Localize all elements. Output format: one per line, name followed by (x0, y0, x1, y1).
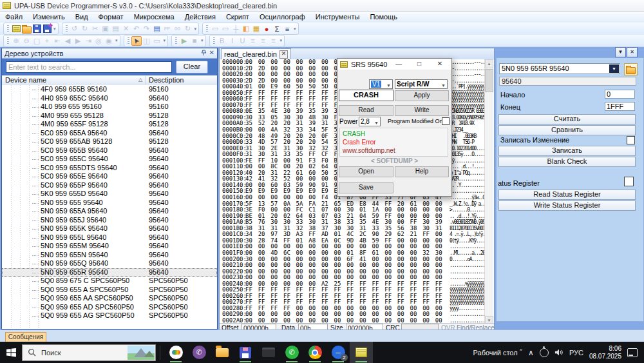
tab-close-icon[interactable]: ✕ (279, 50, 288, 59)
read-status-register-button[interactable]: Read Status Register (498, 190, 636, 200)
hex-ascii[interactable]: .. .d...!.Yÿ.... (450, 213, 485, 220)
write-change-checkbox[interactable] (627, 136, 635, 144)
hex-ascii[interactable]: .5N0959655R 0303 (450, 108, 485, 115)
hex-ascii[interactable]: ................ (450, 311, 485, 318)
toolbar-overflow-icon[interactable]: » (520, 347, 522, 353)
hex-ascii[interactable]: ................ (450, 244, 485, 250)
device-row[interactable]: 5K0 959 655D 9564095640 (2, 190, 217, 199)
power-select[interactable]: 2,8 ▼ (359, 117, 381, 126)
menu-item[interactable]: Осциллограф (254, 12, 310, 23)
toolbar-overflow-icon[interactable]: ▾ (115, 38, 118, 43)
new-file-icon[interactable] (11, 24, 21, 34)
maximize-icon[interactable]: □ (412, 59, 426, 70)
device-row[interactable]: 5N0 959 655J 9564095640 (2, 216, 217, 225)
program-modified-only-checkbox[interactable] (442, 117, 450, 125)
hex-ascii[interactable]: ...`PP].ÿÿÿÿÿÿÿÿ (450, 84, 485, 90)
script-doc-icon[interactable]: ▤ (152, 24, 162, 34)
clear-search-button[interactable]: Clear (176, 61, 208, 74)
hex-ascii[interactable]: 03.00K0ÿ5N095965 (450, 115, 485, 121)
menu-item[interactable]: Микросхема (129, 12, 180, 23)
hex-ascii[interactable]: HI .003KB (450, 133, 485, 140)
toolbar-overflow-icon[interactable]: ▾ (280, 38, 283, 43)
hex-ascii[interactable]: 0.......oA...... (450, 257, 485, 263)
open-file-icon[interactable] (21, 24, 32, 34)
save-icon[interactable] (32, 24, 42, 34)
hex-ascii[interactable]: ÿÿÿÿÿÿÿÿÿÿÿÿÿÿÿÿ (450, 96, 485, 103)
menu-item[interactable]: Изменить (28, 12, 70, 23)
minimize-icon[interactable]: — (392, 59, 406, 70)
load-file-button[interactable] (624, 63, 638, 75)
version-select[interactable]: V1 ▼ (369, 79, 393, 89)
cursor-icon[interactable]: ➤ (131, 36, 142, 46)
write-status-register-button[interactable]: Write Status Register (498, 201, 636, 211)
apply-button[interactable]: Apply (395, 90, 449, 101)
hex-ascii[interactable]: 0(tÿ.....KYÿ.... (450, 238, 485, 244)
drag-handle-icon[interactable] (206, 25, 208, 32)
save-as-icon[interactable] (42, 24, 52, 34)
device-row[interactable]: 5N0 959 655 9564095640 (2, 199, 217, 208)
hex-ascii[interactable]: ..Ml......a...20 (450, 250, 485, 257)
panel-close-icon[interactable]: ✕ (627, 47, 638, 57)
desktop-toolbar-label[interactable]: Рабочий стол (473, 349, 518, 357)
hex-ascii[interactable]: ................ (450, 269, 485, 275)
drag-handle-icon[interactable] (213, 37, 215, 44)
hex-ascii[interactable]: BA2R............ (450, 176, 485, 182)
device-row[interactable]: 4M0 959 655 9512895128 (2, 112, 217, 121)
drag-handle-icon[interactable] (7, 37, 9, 44)
menu-item[interactable]: Файл (0, 12, 28, 23)
drag-handle-icon[interactable] (175, 37, 177, 44)
speaker-icon[interactable] (554, 348, 564, 357)
device-row[interactable]: 5Q0 959 655 A SPC560P50SPC560P50 (2, 286, 217, 295)
device-row[interactable]: 4M0 959 655F 9512895128 (2, 120, 217, 129)
device-row[interactable]: 5N0 959 655L 9564095640 (2, 233, 217, 242)
taskbar-device-icon[interactable] (257, 342, 280, 363)
tab-messages[interactable]: Сообщения (5, 332, 46, 342)
device-row[interactable]: 5Q0 959 655 AG SPC560P50SPC560P50 (2, 311, 217, 320)
menu-item[interactable]: Помощь (365, 12, 402, 23)
hex-ascii[interactable]: --.............. (450, 66, 485, 72)
toolbox-icon[interactable]: ▦ (251, 24, 261, 34)
device-row[interactable]: 5N0 959 655A 9564095640 (2, 207, 217, 216)
hex-ascii[interactable]: ..`.Y........... (450, 182, 485, 189)
hex-ascii[interactable]: 4 .=.ÿ..L,.)b!ÿ. (450, 231, 485, 238)
write-button[interactable]: Write (395, 105, 449, 116)
menu-item[interactable]: Инструменты (310, 12, 365, 23)
save-button[interactable]: Save (339, 182, 393, 193)
hex-ascii[interactable]: ÿÿÿÿÿÿÿÿÿÿÿÿÿÿÿÿ (450, 103, 485, 109)
language-indicator[interactable]: РУС (569, 349, 583, 357)
device-row[interactable]: 5C0 959 655E 9564095640 (2, 172, 217, 181)
drag-handle-icon[interactable] (128, 37, 129, 44)
hex-ascii[interactable]: 5R 1918.9X (450, 121, 485, 127)
hex-scrollbar[interactable]: ▲ ▼ (484, 59, 493, 325)
device-row[interactable]: 5N0 959 655Q 9564095640 (2, 259, 217, 268)
device-row[interactable]: 5C0 959 655C 9564095640 (2, 155, 217, 164)
notification-center-icon[interactable] (627, 348, 638, 357)
start-button[interactable] (0, 342, 22, 363)
taskbar-explorer-icon[interactable] (211, 342, 234, 363)
column-device-name[interactable]: Device name (5, 76, 46, 84)
device-row[interactable]: 4H0 959 655C 9564095640 (2, 94, 217, 103)
taskbar-whatsapp-icon[interactable]: ✆ (280, 342, 303, 363)
menu-item[interactable]: Формат (93, 12, 129, 23)
device-select[interactable]: 5N0 959 655R 95640 ▼ (499, 63, 620, 74)
hex-ascii[interactable]: .......%ÿÿÿÿÿÿÿÿ (450, 281, 485, 288)
tray-update-icon[interactable] (540, 348, 549, 357)
column-description[interactable]: Desctiption (149, 76, 184, 84)
panel-close-icon[interactable]: ✕ (209, 50, 214, 57)
hex-ascii[interactable]: --.............. (450, 78, 485, 84)
hex-ascii[interactable]: _.W.Z.!e..Dÿ a.. (450, 201, 485, 208)
hidden-icons-chevron[interactable]: ∧ (528, 348, 534, 357)
write-chip-button[interactable]: Записать (498, 146, 636, 156)
toolbar-overflow-icon[interactable]: ▾ (194, 26, 197, 32)
start-address-field[interactable] (605, 90, 635, 99)
hex-ascii[interactable]: 3MW TS6-P (450, 139, 485, 146)
taskbar-google-icon[interactable] (164, 342, 187, 363)
run-icon[interactable]: ▶ (179, 36, 189, 46)
menu-item[interactable]: Скрипт (221, 12, 254, 23)
device-row[interactable]: 4L0 959 655 9516095160 (2, 103, 217, 112)
hex-ascii[interactable]: 811128700135V801 (450, 226, 485, 232)
taskbar-viber-icon[interactable]: ✆ (187, 342, 211, 363)
pin-icon[interactable] (201, 50, 207, 57)
notes-icon[interactable]: ◧ (241, 24, 251, 34)
taskbar-floppy-icon[interactable] (234, 342, 257, 363)
